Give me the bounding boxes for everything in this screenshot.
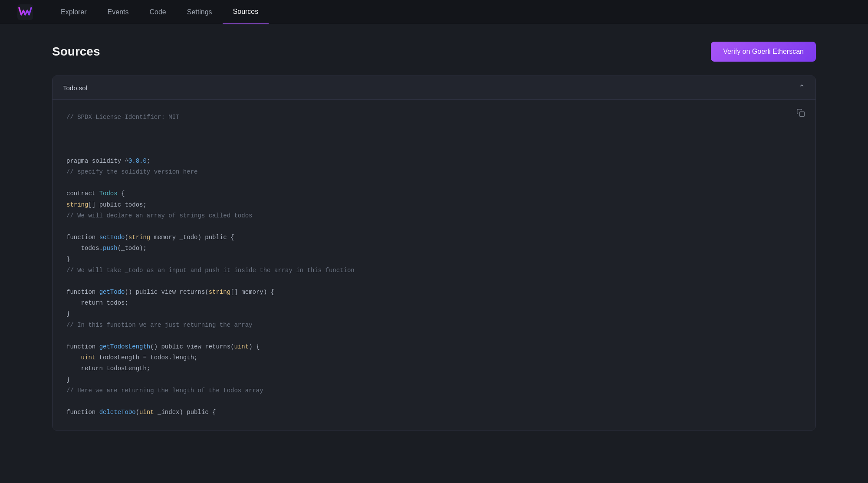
code-block: // SPDX-License-Identifier: MIT pragma s…	[66, 112, 802, 418]
main-content: Sources Verify on Goerli Etherscan Todo.…	[0, 24, 868, 448]
nav-link-explorer[interactable]: Explorer	[50, 0, 97, 24]
nav-link-code[interactable]: Code	[139, 0, 177, 24]
nav-item-code[interactable]: Code	[139, 0, 177, 24]
nav-link-sources[interactable]: Sources	[223, 0, 269, 24]
nav-item-explorer[interactable]: Explorer	[50, 0, 97, 24]
file-panel: Todo.sol ⌃ // SPDX-License-Identifier: M…	[52, 76, 816, 430]
file-panel-header: Todo.sol ⌃	[53, 76, 815, 100]
page-title: Sources	[52, 45, 100, 59]
nav-item-sources[interactable]: Sources	[223, 0, 269, 24]
svg-rect-1	[800, 112, 805, 117]
copy-icon[interactable]	[796, 108, 805, 119]
app-logo[interactable]	[17, 4, 33, 20]
nav-item-settings[interactable]: Settings	[177, 0, 223, 24]
file-name-label: Todo.sol	[63, 84, 87, 92]
code-container: // SPDX-License-Identifier: MIT pragma s…	[53, 100, 815, 430]
chevron-up-icon[interactable]: ⌃	[799, 83, 805, 92]
navigation: Explorer Events Code Settings Sources	[0, 0, 868, 24]
page-header: Sources Verify on Goerli Etherscan	[52, 42, 816, 62]
nav-link-events[interactable]: Events	[97, 0, 139, 24]
nav-item-events[interactable]: Events	[97, 0, 139, 24]
nav-link-settings[interactable]: Settings	[177, 0, 223, 24]
verify-button[interactable]: Verify on Goerli Etherscan	[711, 42, 816, 62]
